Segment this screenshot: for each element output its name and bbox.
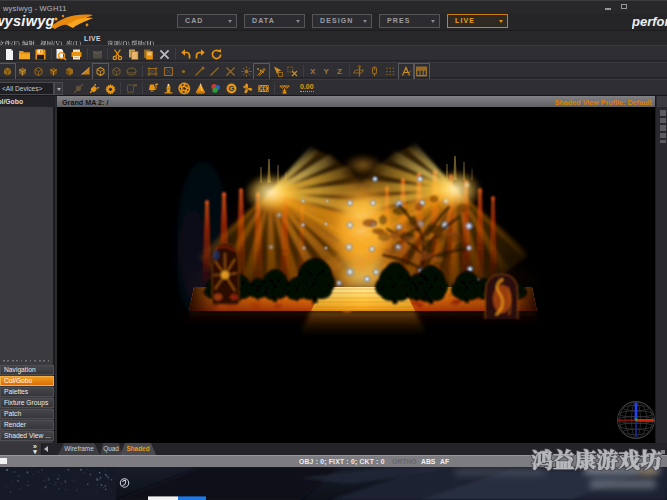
save-icon[interactable] — [34, 48, 47, 61]
view-tab-wireframe[interactable]: Wireframe — [58, 443, 100, 455]
af-indicator[interactable]: AF — [440, 458, 449, 465]
paste-icon[interactable] — [142, 48, 155, 61]
sidebar-item-patch[interactable]: Patch — [0, 409, 54, 419]
iris-icon[interactable] — [178, 82, 191, 95]
grid-dots-icon[interactable] — [384, 65, 397, 78]
sidebar-item-fixture-groups[interactable]: Fixture Groups — [0, 398, 54, 408]
print-icon[interactable] — [70, 48, 83, 61]
data-table-icon[interactable] — [415, 65, 428, 78]
cube-faces-icon[interactable] — [32, 65, 45, 78]
view-tab-shaded[interactable]: Shaded — [120, 443, 156, 455]
cube-solid-icon[interactable] — [16, 65, 29, 78]
shaded-view-viewport[interactable] — [57, 107, 655, 443]
cube-ghost-2-icon[interactable] — [125, 65, 138, 78]
cube-draw-icon[interactable] — [94, 65, 107, 78]
beam-cone-icon[interactable] — [194, 82, 207, 95]
cursor-select-icon[interactable] — [271, 65, 284, 78]
plane-icon[interactable] — [353, 65, 366, 78]
new-file-icon[interactable] — [3, 48, 16, 61]
refresh-icon[interactable] — [210, 48, 223, 61]
text-label-icon[interactable] — [400, 65, 413, 78]
sidebar-item-col-gobo[interactable]: Col/Gobo — [0, 376, 54, 386]
point-icon[interactable] — [177, 65, 190, 78]
dmx-test-icon[interactable] — [125, 82, 138, 95]
sidebar-overflow-chevron[interactable]: »▾ — [28, 444, 42, 456]
mode-tab-pres[interactable]: PRES — [379, 14, 440, 28]
undo-icon[interactable] — [179, 48, 192, 61]
maximize-button[interactable] — [621, 4, 627, 9]
cut-icon[interactable] — [111, 48, 124, 61]
sidebar-item-shaded-view[interactable]: Shaded View ... — [0, 431, 54, 441]
device-select-arrow-icon[interactable] — [54, 82, 63, 95]
cube-select-icon[interactable] — [1, 65, 14, 78]
frame-vertical-icon[interactable] — [162, 65, 175, 78]
toolbar-separator — [142, 65, 143, 77]
cube-wedge-icon[interactable] — [79, 65, 92, 78]
menu-options[interactable] — [107, 34, 131, 44]
menu-help[interactable] — [131, 34, 155, 44]
axis-toggle-z[interactable]: Z — [337, 67, 342, 76]
minimize-button[interactable] — [605, 8, 611, 10]
ortho-indicator[interactable]: ORTHO — [392, 458, 417, 465]
settings-gear-icon[interactable] — [104, 82, 117, 95]
cube-shaded-icon[interactable] — [63, 65, 76, 78]
right-dock-tab-glyph — [660, 110, 666, 116]
redo-icon[interactable] — [194, 48, 207, 61]
shaded-view-profile-label[interactable]: Shaded View Profile: Default — [555, 98, 652, 107]
hoist-icon[interactable] — [278, 82, 291, 95]
menu-library[interactable] — [66, 34, 82, 44]
plug-connect-icon[interactable] — [88, 82, 101, 95]
sidebar-grip[interactable] — [3, 359, 49, 362]
delete-icon[interactable] — [158, 48, 171, 61]
sidebar-item-render[interactable]: Render — [0, 420, 54, 430]
cube-ghost-icon[interactable] — [110, 65, 123, 78]
axis-toggle-x[interactable]: X — [310, 67, 315, 76]
snap-grid-icon[interactable] — [255, 65, 268, 78]
export-icon[interactable] — [91, 48, 104, 61]
orientation-sphere[interactable] — [618, 402, 655, 439]
cube-edges-icon[interactable] — [47, 65, 60, 78]
menu-edit[interactable] — [22, 34, 36, 44]
selection-counts: OBJ : 0; FIXT : 0; CKT : 0 — [299, 458, 385, 465]
pin-icon[interactable] — [368, 65, 381, 78]
print-preview-icon[interactable] — [54, 48, 67, 61]
menu-live[interactable]: LIVE — [84, 35, 101, 45]
lamp-intensity-icon[interactable] — [146, 82, 159, 95]
snip-box-icon[interactable] — [286, 65, 299, 78]
abs-indicator[interactable]: ABS — [421, 458, 435, 465]
plug-disconnect-icon[interactable] — [72, 82, 85, 95]
frame-horizontal-icon[interactable] — [146, 65, 159, 78]
tab-scroll-left-icon[interactable] — [44, 446, 48, 452]
line-point-icon[interactable] — [193, 65, 206, 78]
mode-tab-data[interactable]: DATA — [244, 14, 305, 28]
speed-value[interactable]: 0.00 — [300, 83, 314, 92]
line-icon[interactable] — [208, 65, 221, 78]
fan-effect-icon[interactable] — [241, 82, 254, 95]
view-tab-quad[interactable]: Quad — [100, 443, 122, 455]
mode-tab-live[interactable]: LIVE — [447, 14, 508, 28]
toolbar-file — [0, 45, 667, 61]
open-folder-icon[interactable] — [18, 48, 31, 61]
video-progress-handle[interactable] — [178, 496, 206, 500]
video-progress-played[interactable] — [148, 496, 178, 500]
fixture-focus-icon[interactable] — [162, 82, 175, 95]
mode-tab-design[interactable]: DESIGN — [312, 14, 372, 28]
sidebar-panel: Col/Gobo NavigationCol/GoboPalettesFixtu… — [0, 96, 55, 455]
menu-view[interactable] — [40, 34, 64, 44]
sidebar-item-navigation[interactable]: Navigation — [0, 365, 54, 375]
toolbar-separator — [303, 65, 304, 77]
cross-lines-icon[interactable] — [224, 65, 237, 78]
edition-logo: perform — [632, 14, 667, 29]
sidebar-item-palettes[interactable]: Palettes — [0, 387, 54, 397]
mode-tab-cad[interactable]: CAD — [177, 14, 237, 28]
film-strip-icon[interactable] — [257, 82, 270, 95]
toolbar-separator — [274, 82, 275, 94]
menu-file[interactable] — [0, 34, 21, 44]
color-mix-icon[interactable] — [209, 82, 222, 95]
axis-toggle-y[interactable]: Y — [324, 67, 329, 76]
copy-icon[interactable] — [127, 48, 140, 61]
sun-icon[interactable] — [240, 65, 253, 78]
brand-row: wysiwyg perform CADDATADESIGNPRESLIVE — [0, 13, 667, 31]
gobo-g-icon[interactable] — [225, 82, 238, 95]
device-select[interactable]: <All Devices> — [0, 82, 54, 95]
